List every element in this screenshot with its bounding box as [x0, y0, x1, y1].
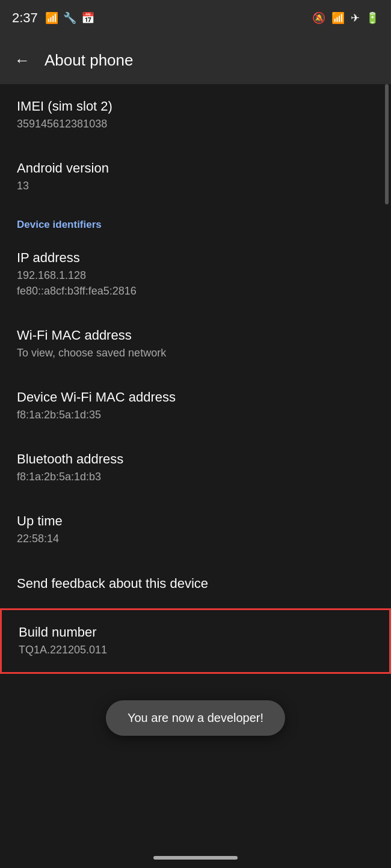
item-title-android-version: Android version	[17, 160, 374, 176]
page-title: About phone	[45, 51, 133, 70]
list-item-device-wifi-mac[interactable]: Device Wi-Fi MAC address f8:1a:2b:5a:1d:…	[0, 375, 391, 437]
item-subtitle-bluetooth-address: f8:1a:2b:5a:1d:b3	[17, 469, 374, 484]
toast-notification: You are now a developer!	[106, 700, 285, 736]
scrollbar-track[interactable]	[385, 84, 389, 204]
list-item-wifi-mac[interactable]: Wi-Fi MAC address To view, choose saved …	[0, 313, 391, 375]
item-subtitle-up-time: 22:58:14	[17, 531, 374, 546]
highlight-section: Build number TQ1A.221205.011	[0, 608, 391, 674]
gesture-bar	[153, 856, 238, 860]
toast-message: You are now a developer!	[128, 711, 263, 724]
list-item-send-feedback[interactable]: Send feedback about this device	[0, 561, 391, 608]
item-title-ip-address: IP address	[17, 250, 374, 266]
list-item-ip-address[interactable]: IP address 192.168.1.128 fe80::a8cf:b3ff…	[0, 236, 391, 313]
airplane-icon: ✈	[351, 11, 360, 25]
list-item-up-time[interactable]: Up time 22:58:14	[0, 499, 391, 561]
item-title-device-wifi-mac: Device Wi-Fi MAC address	[17, 390, 374, 405]
item-subtitle-android-version: 13	[17, 179, 374, 194]
wifi-icon: 📶	[331, 11, 345, 25]
item-subtitle-ip-address-v6: fe80::a8cf:b3ff:fea5:2816	[17, 284, 374, 299]
item-subtitle-device-wifi-mac: f8:1a:2b:5a:1d:35	[17, 408, 374, 423]
content: IMEI (sim slot 2) 359145612381038 Androi…	[0, 84, 391, 674]
list-item-android-version[interactable]: Android version 13	[0, 146, 391, 208]
status-left: 2:37 📶 🔧 📅	[12, 10, 94, 26]
status-bar: 2:37 📶 🔧 📅 🔕 📶 ✈ 🔋	[0, 0, 391, 36]
section-header-text: Device identifiers	[17, 219, 102, 230]
bluetooth-icon: 📶	[45, 11, 58, 25]
item-subtitle-imei-sim2: 359145612381038	[17, 117, 374, 132]
item-title-build-number: Build number	[19, 625, 372, 640]
item-subtitle-ip-address-v4: 192.168.1.128	[17, 268, 374, 283]
list-item-build-number[interactable]: Build number TQ1A.221205.011	[2, 610, 389, 672]
section-header-device-identifiers: Device identifiers	[0, 208, 391, 236]
item-subtitle-build-number: TQ1A.221205.011	[19, 643, 372, 658]
back-button[interactable]: ←	[14, 51, 30, 70]
item-title-bluetooth-address: Bluetooth address	[17, 451, 374, 467]
item-title-send-feedback: Send feedback about this device	[17, 576, 374, 591]
status-right: 🔕 📶 ✈ 🔋	[312, 11, 379, 25]
status-left-icons: 📶 🔧 📅	[45, 11, 94, 25]
status-time: 2:37	[12, 10, 38, 26]
calendar-icon: 📅	[81, 11, 94, 25]
list-item-bluetooth-address[interactable]: Bluetooth address f8:1a:2b:5a:1d:b3	[0, 437, 391, 499]
item-title-imei-sim2: IMEI (sim slot 2)	[17, 99, 374, 114]
item-title-up-time: Up time	[17, 513, 374, 529]
mute-icon: 🔕	[312, 11, 325, 25]
item-subtitle-wifi-mac: To view, choose saved network	[17, 346, 374, 361]
wrench-icon: 🔧	[63, 11, 76, 25]
list-item-imei-sim2[interactable]: IMEI (sim slot 2) 359145612381038	[0, 84, 391, 146]
item-title-wifi-mac: Wi-Fi MAC address	[17, 328, 374, 343]
battery-icon: 🔋	[366, 11, 379, 25]
toolbar: ← About phone	[0, 36, 391, 84]
